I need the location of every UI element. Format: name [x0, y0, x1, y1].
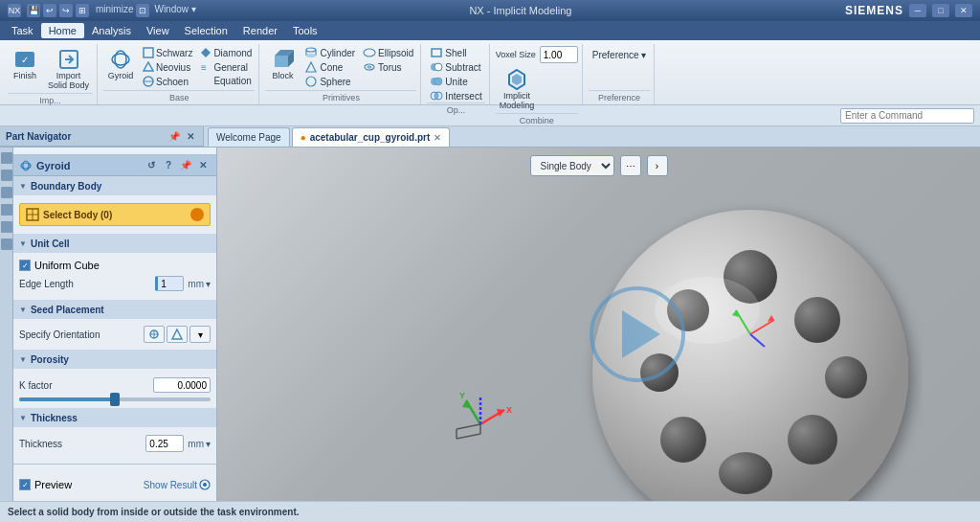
torus-button[interactable]: Torus [360, 60, 416, 74]
viewport-chevron-btn[interactable]: › [647, 155, 668, 176]
select-body-row[interactable]: Select Body (0) [19, 203, 211, 226]
k-factor-slider-thumb[interactable] [110, 393, 120, 406]
switch-window-label[interactable]: minimize [96, 4, 133, 17]
uniform-cube-check-icon: ✓ [22, 261, 29, 270]
viewport-body-select[interactable]: Single Body [530, 155, 614, 176]
sidebar-icon-1[interactable] [1, 152, 12, 164]
redo-icon[interactable]: ↪ [59, 4, 73, 17]
search-input[interactable] [840, 108, 974, 124]
viewport-menu-btn[interactable]: ⋯ [620, 155, 641, 176]
show-result-button[interactable]: Show Result [144, 479, 211, 490]
sidebar-icon-2[interactable] [1, 170, 12, 181]
seed-placement-arrow: ▼ [19, 306, 27, 314]
thickness-section[interactable]: ▼ Thickness [13, 408, 216, 427]
ribbon-group-op: Shell Subtract Unite Intersect Op... [423, 44, 489, 104]
shell-button[interactable]: Shell [427, 46, 484, 59]
gyroid-close-icon[interactable]: ✕ [195, 158, 211, 173]
gyroid-button[interactable]: Gyroid [103, 46, 138, 83]
svg-text:≡: ≡ [201, 62, 207, 73]
block-button[interactable]: Block [265, 46, 300, 83]
tab-model[interactable]: ● acetabular_cup_gyroid.prt ✕ [292, 127, 451, 147]
boundary-body-label: Boundary Body [31, 181, 101, 192]
edge-length-input[interactable] [155, 276, 184, 291]
select-body-label: Select Body (0) [43, 210, 112, 220]
cylinder-button[interactable]: Cylinder [301, 46, 358, 59]
save-icon[interactable]: 💾 [27, 4, 40, 17]
block-icon [271, 48, 294, 71]
gyroid-title-row: Gyroid [19, 159, 70, 172]
menu-view[interactable]: View [139, 23, 177, 38]
menu-selection[interactable]: Selection [177, 23, 235, 38]
tab-close-icon[interactable]: ✕ [434, 133, 441, 143]
thickness-dropdown[interactable]: ▾ [206, 439, 211, 449]
gyroid-help-icon[interactable]: ? [161, 158, 176, 173]
maximize-button[interactable]: □ [932, 4, 949, 17]
nav-pin-icon[interactable]: 📌 [167, 129, 181, 143]
intersect-button[interactable]: Intersect [427, 89, 484, 102]
title-bar-left: NX 💾 ↩ ↪ ⊞ minimize ⊡ Window ▾ [8, 4, 196, 17]
gyroid-refresh-icon[interactable]: ↺ [144, 158, 159, 173]
neovius-button[interactable]: Neovius [140, 60, 195, 74]
switch-window-icon[interactable]: ⊞ [76, 4, 89, 17]
orient-btn-2[interactable] [167, 326, 188, 343]
tab-welcome[interactable]: Welcome Page [208, 127, 290, 147]
porosity-section[interactable]: ▼ Porosity [13, 350, 216, 369]
close-button[interactable]: ✕ [955, 4, 972, 17]
window-icon[interactable]: ⊡ [136, 4, 149, 17]
thickness-input[interactable] [145, 435, 184, 452]
seed-placement-section[interactable]: ▼ Seed Placement [13, 300, 216, 319]
thickness-row: Thickness mm ▾ [19, 434, 211, 453]
orient-btn-3[interactable]: ▾ [189, 326, 211, 343]
menu-home[interactable]: Home [41, 23, 84, 38]
sidebar-icon-4[interactable] [1, 204, 12, 216]
sidebar-icon-5[interactable] [1, 221, 12, 233]
left-panel: Gyroid ↺ ? 📌 ✕ ▼ Boundary Body Select Bo [13, 148, 217, 501]
undo-icon[interactable]: ↩ [43, 4, 56, 17]
schoen-button[interactable]: Schoen [140, 75, 195, 88]
window-label[interactable]: Window ▾ [154, 4, 195, 17]
diamond-button[interactable]: Diamond [197, 46, 255, 59]
preview-checkbox[interactable]: ✓ [19, 479, 31, 490]
general-equation-button[interactable]: ≡ General [197, 60, 255, 74]
general-equation-label: General [213, 62, 248, 73]
k-factor-input[interactable] [153, 377, 211, 393]
uniform-cube-row: ✓ Uniform Cube [19, 260, 211, 271]
k-factor-slider-row [19, 397, 211, 401]
import-icon [57, 48, 80, 71]
specify-orientation-label: Specify Orientation [19, 329, 100, 340]
menu-analysis[interactable]: Analysis [84, 23, 139, 38]
k-factor-row: K factor [19, 375, 211, 395]
uniform-cube-checkbox[interactable]: ✓ [19, 260, 31, 271]
equation-button[interactable]: Equation [197, 75, 255, 87]
title-right-controls: SIEMENS ─ □ ✕ [845, 4, 972, 17]
implicit-modeling-button[interactable]: ImplicitModeling [496, 66, 539, 113]
voxel-size-input[interactable] [540, 46, 578, 63]
minimize-button[interactable]: ─ [909, 4, 926, 17]
sphere-button[interactable]: Sphere [301, 75, 358, 88]
boundary-body-section[interactable]: ▼ Boundary Body [13, 176, 216, 195]
nav-close-icon[interactable]: ✕ [184, 129, 197, 143]
k-factor-slider-track[interactable] [19, 397, 211, 401]
finish-button[interactable]: ✓ Finish [8, 46, 42, 83]
menu-tools[interactable]: Tools [285, 23, 325, 38]
schoen-label: Schoen [156, 77, 189, 87]
orient-btn-1[interactable] [144, 326, 165, 343]
schwarz-button[interactable]: Schwarz [140, 46, 195, 59]
cone-button[interactable]: Cone [301, 60, 358, 74]
sidebar-icon-3[interactable] [1, 187, 12, 198]
gyroid-pin-icon[interactable]: 📌 [178, 158, 193, 173]
ribbon: ✓ Finish ImportSolid Body Imp... Gyroid [0, 40, 980, 105]
menu-render[interactable]: Render [235, 23, 285, 38]
svg-text:Y: Y [459, 391, 465, 400]
import-solid-body-button[interactable]: ImportSolid Body [44, 46, 93, 93]
svg-marker-18 [306, 62, 316, 72]
subtract-button[interactable]: Subtract [427, 60, 484, 74]
ellipsoid-button[interactable]: Ellipsoid [360, 46, 416, 59]
menu-task[interactable]: Task [4, 23, 41, 38]
sidebar-icon-6[interactable] [1, 238, 12, 250]
play-button-overlay[interactable] [590, 286, 685, 382]
edge-length-dropdown[interactable]: ▾ [206, 279, 211, 289]
show-result-label: Show Result [144, 480, 197, 490]
unite-button[interactable]: Unite [427, 75, 484, 88]
unit-cell-section[interactable]: ▼ Unit Cell [13, 234, 216, 253]
